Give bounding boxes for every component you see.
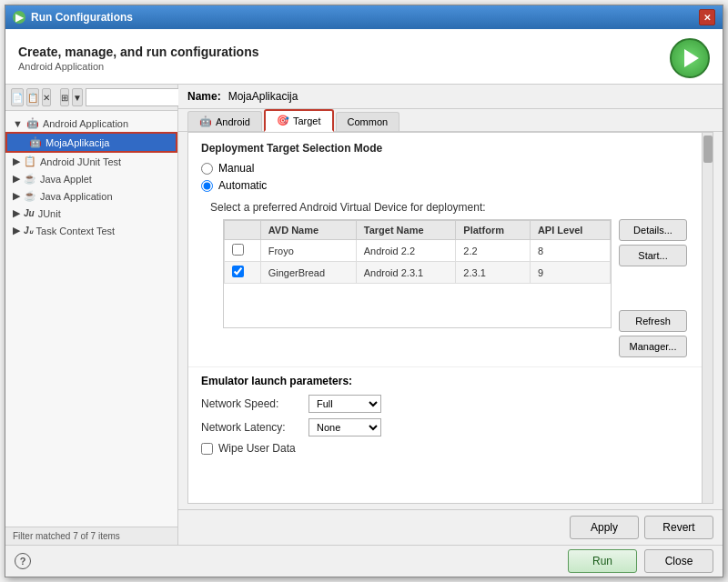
help-button[interactable]: ?: [15, 553, 31, 569]
target-tab-icon: 🎯: [277, 115, 289, 126]
radio-manual[interactable]: Manual: [201, 162, 700, 175]
run-configurations-window: ▶ Run Configurations ✕ Create, manage, a…: [5, 5, 723, 577]
tree-section-android-application[interactable]: ▼ 🤖 Android Application: [5, 115, 177, 132]
tree-section-java-application[interactable]: ▶ ☕ Java Application: [5, 187, 177, 205]
tree-area: ▼ 🤖 Android Application 🤖 MojaAplikacija…: [5, 111, 177, 527]
tab-common[interactable]: Common: [336, 112, 400, 131]
mojaaplikacija-icon: 🤖: [29, 136, 42, 148]
title-bar: ▶ Run Configurations ✕: [5, 5, 723, 29]
copy-config-button[interactable]: 📋: [26, 88, 39, 106]
wipe-user-data-checkbox[interactable]: [201, 443, 213, 455]
tab-content: Deployment Target Selection Mode Manual …: [187, 132, 713, 504]
left-panel: 📄 📋 ✕ ⊞ ▼ ▼ 🤖 Android Application: [5, 85, 178, 545]
close-footer-button[interactable]: Close: [644, 549, 713, 573]
gingerbread-avd-name: GingerBread: [260, 262, 356, 284]
revert-button[interactable]: Revert: [644, 516, 713, 539]
tabs-bar: 🤖 Android 🎯 Target Common: [178, 109, 723, 132]
android-tab-icon: 🤖: [199, 115, 212, 127]
tab-target[interactable]: 🎯 Target: [264, 109, 334, 132]
froyo-checkbox[interactable]: [232, 244, 244, 256]
tree-item-mojaaplikacija[interactable]: 🤖 MojaAplikacija: [5, 132, 177, 153]
new-config-button[interactable]: 📄: [11, 88, 24, 106]
run-footer-button[interactable]: Run: [568, 549, 637, 573]
window-body: Create, manage, and run configurations A…: [5, 29, 723, 577]
run-button[interactable]: [670, 38, 710, 78]
scrollbar-track[interactable]: [702, 133, 713, 503]
avd-table: AVD Name Target Name Platform API Level: [224, 220, 611, 284]
apply-button[interactable]: Apply: [570, 516, 639, 539]
tree-section-junit2-label: JUnit: [38, 208, 61, 219]
tree-section-android-junit[interactable]: ▶ 📋 Android JUnit Test: [5, 153, 177, 170]
refresh-button[interactable]: Refresh: [619, 310, 687, 332]
emulator-title: Emulator launch parameters:: [201, 375, 700, 387]
automatic-radio[interactable]: [201, 180, 213, 192]
junit-icon: 📋: [24, 156, 36, 167]
window-close-button[interactable]: ✕: [699, 9, 715, 25]
ju-expand-icon: ▶: [13, 207, 20, 219]
task-icon: Jᵤ: [24, 226, 33, 236]
col-header-target-name: Target Name: [356, 221, 456, 240]
window-icon: ▶: [13, 11, 25, 24]
details-button[interactable]: Details...: [619, 219, 687, 241]
window-title: Run Configurations: [31, 11, 133, 24]
start-button[interactable]: Start...: [619, 245, 687, 266]
tree-section-applet-label: Java Applet: [40, 174, 92, 185]
filter-status: Filter matched 7 of 7 items: [5, 527, 177, 545]
tab-android[interactable]: 🤖 Android: [187, 111, 262, 131]
radio-automatic[interactable]: Automatic: [201, 179, 700, 192]
network-speed-row: Network Speed: Full GPRS EDGE 3G None: [201, 395, 700, 413]
header-left: Create, manage, and run configurations A…: [18, 45, 259, 72]
deployment-radio-group: Manual Automatic: [201, 162, 700, 192]
avd-row-froyo[interactable]: Froyo Android 2.2 2.2 8: [225, 240, 611, 262]
network-latency-label: Network Latency:: [201, 421, 301, 434]
filter-button[interactable]: ⊞: [60, 88, 69, 106]
tree-item-label: MojaAplikacija: [46, 137, 109, 148]
task-expand-icon: ▶: [13, 225, 20, 236]
gingerbread-checkbox[interactable]: [232, 266, 244, 277]
deployment-title: Deployment Target Selection Mode: [201, 142, 700, 155]
gingerbread-platform: 2.3.1: [456, 262, 531, 284]
javaapp-icon: ☕: [24, 190, 36, 202]
avd-area: AVD Name Target Name Platform API Level: [223, 219, 687, 357]
deployment-section: Deployment Target Selection Mode Manual …: [188, 133, 713, 366]
tree-section-javaapp-label: Java Application: [40, 191, 113, 202]
right-panel: Name: MojaAplikacija 🤖 Android 🎯 Target …: [178, 85, 723, 545]
junit-expand-icon: ▶: [13, 156, 20, 167]
android-app-icon: 🤖: [26, 117, 39, 129]
tree-section-java-applet[interactable]: ▶ ☕ Java Applet: [5, 170, 177, 187]
javaapp-expand-icon: ▶: [13, 190, 20, 202]
manual-radio[interactable]: [201, 163, 213, 175]
col-header-checkbox: [225, 221, 261, 240]
avd-sub-section: Select a preferred Android Virtual Devic…: [210, 201, 700, 357]
name-label: Name:: [187, 90, 221, 103]
automatic-label: Automatic: [218, 179, 267, 192]
target-tab-label: Target: [293, 115, 321, 126]
scrollbar-thumb[interactable]: [703, 135, 713, 163]
tree-section-task-label: Task Context Test: [36, 226, 116, 236]
more-button[interactable]: ▼: [72, 88, 83, 106]
wipe-user-data-row[interactable]: Wipe User Data: [201, 442, 700, 455]
network-latency-select[interactable]: None GPRS EDGE UMTS: [308, 418, 381, 436]
tree-section-junit[interactable]: ▶ Ju JUnit: [5, 205, 177, 222]
ju-icon: Ju: [24, 208, 35, 218]
wipe-user-data-label: Wipe User Data: [218, 442, 296, 455]
gingerbread-api-level: 9: [530, 262, 610, 284]
manager-button[interactable]: Manager...: [619, 336, 687, 357]
tree-section-label: Android Application: [43, 118, 128, 129]
tree-section-task-context[interactable]: ▶ Jᵤ Task Context Test: [5, 222, 177, 239]
delete-config-button[interactable]: ✕: [42, 88, 51, 106]
header-subtitle: Android Application: [18, 61, 259, 72]
network-speed-label: Network Speed:: [201, 397, 301, 410]
expand-icon: ▼: [13, 118, 23, 129]
froyo-target-name: Android 2.2: [356, 240, 456, 262]
col-header-platform: Platform: [456, 221, 531, 240]
manual-label: Manual: [218, 162, 254, 175]
avd-row-gingerbread[interactable]: GingerBread Android 2.3.1 2.3.1 9: [225, 262, 611, 284]
froyo-platform: 2.2: [456, 240, 531, 262]
network-speed-select[interactable]: Full GPRS EDGE 3G None: [308, 395, 381, 413]
footer-bar: ? Run Close: [5, 545, 723, 577]
common-tab-label: Common: [348, 116, 389, 127]
left-toolbar: 📄 📋 ✕ ⊞ ▼: [5, 85, 177, 111]
bottom-bar: Apply Revert: [178, 509, 723, 545]
android-tab-label: Android: [216, 116, 250, 127]
